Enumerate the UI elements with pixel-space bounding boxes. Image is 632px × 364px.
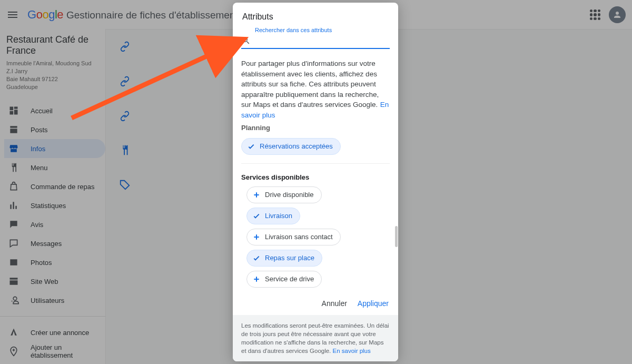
- chip-label: Livraison: [265, 212, 292, 220]
- search-label: Rechercher dans ces attributs: [241, 27, 390, 33]
- attribute-chip[interactable]: Drive disponible: [246, 186, 322, 203]
- attribute-chip[interactable]: Service de drive: [246, 271, 322, 288]
- check-icon: [252, 212, 261, 220]
- modal-body: Pour partager plus d'informations sur vo…: [233, 52, 398, 292]
- search-icon: [241, 36, 251, 45]
- attributes-modal: Attributs Rechercher dans ces attributs …: [233, 3, 398, 361]
- chip-label: Livraison sans contact: [265, 233, 333, 241]
- chip-label: Service de drive: [265, 275, 314, 283]
- footer-learn-more-link[interactable]: En savoir plus: [333, 348, 371, 354]
- check-icon: [252, 254, 261, 262]
- attribute-chip[interactable]: Livraison: [246, 208, 300, 224]
- section-services-title: Services disponibles: [241, 173, 390, 181]
- attribute-chip[interactable]: Réservations acceptées: [241, 138, 341, 155]
- modal-description: Pour partager plus d'informations sur vo…: [241, 60, 379, 109]
- scrollbar[interactable]: [395, 226, 398, 247]
- chip-label: Drive disponible: [265, 191, 314, 199]
- search-input[interactable]: [254, 37, 390, 45]
- check-icon: [247, 142, 255, 151]
- chip-label: Réservations acceptées: [260, 142, 333, 150]
- chip-label: Repas sur place: [265, 254, 314, 262]
- section-planning-title: Planning: [241, 124, 390, 132]
- modal-actions: Annuler Appliquer: [233, 292, 398, 315]
- attribute-chip[interactable]: Repas sur place: [246, 250, 322, 267]
- plus-icon: [252, 233, 261, 241]
- apply-button[interactable]: Appliquer: [358, 299, 389, 308]
- cancel-button[interactable]: Annuler: [322, 299, 347, 308]
- modal-footer: Les modifications seront peut-être exami…: [233, 315, 398, 361]
- modal-title: Attributs: [233, 3, 398, 27]
- attribute-chip[interactable]: Livraison sans contact: [246, 229, 341, 245]
- plus-icon: [252, 191, 261, 199]
- plus-icon: [252, 275, 261, 283]
